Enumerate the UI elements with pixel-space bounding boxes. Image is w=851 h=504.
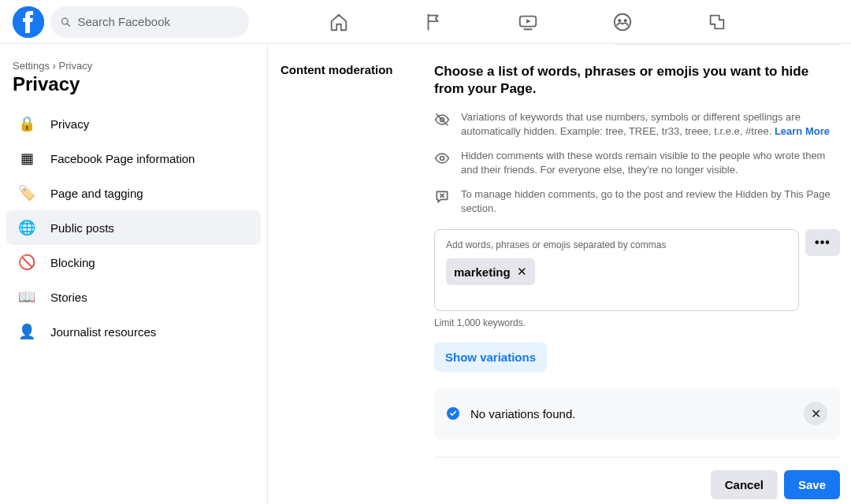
nav-home[interactable]: [295, 3, 383, 41]
nav-groups[interactable]: [578, 3, 667, 41]
section-description: Choose a list of words, phrases or emoji…: [434, 63, 840, 98]
info-text-manage: To manage hidden comments, go to the pos…: [461, 187, 840, 215]
keyword-chip: marketing ✕: [446, 258, 535, 285]
sidebar-item-public-posts[interactable]: 🌐Public posts: [6, 210, 261, 245]
globe-icon: 🌐: [13, 213, 41, 242]
book-icon: 📖: [13, 283, 41, 311]
breadcrumb: Settings › Privacy: [6, 60, 261, 72]
notice-close-button[interactable]: ✕: [804, 402, 827, 425]
eye-off-icon: [434, 110, 461, 138]
more-options-button[interactable]: •••: [805, 229, 840, 256]
notice-text: No variations found.: [470, 407, 804, 421]
svg-line-2: [68, 24, 70, 26]
info-text-hidden-comments: Hidden comments with these words remain …: [461, 149, 840, 176]
info-text-variations: Variations of keywords that use numbers,…: [461, 110, 840, 138]
settings-sidebar: Settings › Privacy Privacy 🔒Privacy ▦Fac…: [0, 44, 268, 504]
sidebar-item-page-tagging[interactable]: 🏷️Page and tagging: [6, 176, 261, 210]
keyword-limit-text: Limit 1,000 keywords.: [434, 317, 840, 328]
ellipsis-icon: •••: [815, 235, 831, 250]
sidebar-item-privacy[interactable]: 🔒Privacy: [6, 106, 261, 141]
keyword-input-label: Add words, phrases or emojis separated b…: [446, 239, 787, 250]
search-input[interactable]: [77, 15, 240, 28]
cancel-button[interactable]: Cancel: [711, 470, 778, 499]
sidebar-item-label: Facebook Page information: [50, 152, 195, 165]
sidebar-item-label: Journalist resources: [50, 325, 156, 339]
search-icon: [60, 16, 71, 28]
lock-icon: 🔒: [13, 109, 41, 138]
nav-pages[interactable]: [389, 3, 478, 41]
top-header: [0, 0, 851, 44]
facebook-logo[interactable]: [13, 6, 44, 38]
close-icon: ✕: [811, 406, 821, 421]
check-circle-icon: [447, 407, 459, 420]
groups-icon: [612, 12, 633, 32]
svg-point-6: [618, 19, 621, 22]
divider: [434, 457, 840, 458]
chip-remove-icon[interactable]: ✕: [517, 265, 527, 279]
grid-icon: ▦: [13, 144, 41, 172]
tag-icon: 🏷️: [13, 179, 41, 207]
keyword-input-box[interactable]: Add words, phrases or emojis separated b…: [434, 229, 799, 311]
sidebar-item-journalist[interactable]: 👤Journalist resources: [6, 314, 261, 349]
svg-point-10: [440, 157, 444, 161]
sidebar-item-label: Page and tagging: [50, 187, 143, 200]
sidebar-item-label: Public posts: [50, 221, 114, 235]
sidebar-item-stories[interactable]: 📖Stories: [6, 280, 261, 314]
nav-gaming[interactable]: [673, 3, 761, 41]
nav-watch[interactable]: [484, 3, 572, 41]
footer-actions: Cancel Save: [434, 470, 840, 499]
sidebar-item-blocking[interactable]: 🚫Blocking: [6, 245, 261, 280]
sidebar-item-page-info[interactable]: ▦Facebook Page information: [6, 141, 261, 176]
flag-icon: [423, 12, 444, 32]
top-nav: [249, 3, 807, 41]
main-panel: Content moderation Choose a list of word…: [268, 44, 851, 504]
page-title: Privacy: [6, 73, 261, 95]
svg-point-7: [624, 19, 627, 22]
section-heading: Content moderation: [281, 63, 434, 499]
gaming-icon: [707, 12, 727, 32]
home-icon: [329, 12, 349, 32]
chat-x-icon: [434, 187, 461, 215]
variations-notice: No variations found. ✕: [434, 387, 840, 439]
sidebar-item-label: Stories: [50, 291, 87, 304]
save-button[interactable]: Save: [784, 470, 840, 499]
watch-icon: [518, 12, 538, 32]
sidebar-item-label: Blocking: [50, 256, 95, 269]
eye-icon: [434, 149, 461, 176]
learn-more-link[interactable]: Learn More: [775, 125, 830, 137]
breadcrumb-settings[interactable]: Settings: [13, 60, 50, 72]
block-icon: 🚫: [13, 248, 41, 276]
show-variations-button[interactable]: Show variations: [434, 343, 547, 372]
keyword-chip-label: marketing: [454, 265, 511, 279]
person-icon: 👤: [13, 317, 41, 346]
breadcrumb-current: Privacy: [59, 60, 93, 72]
svg-point-5: [615, 13, 630, 29]
search-bar[interactable]: [50, 6, 249, 38]
sidebar-item-label: Privacy: [50, 117, 89, 131]
svg-point-1: [61, 18, 68, 24]
